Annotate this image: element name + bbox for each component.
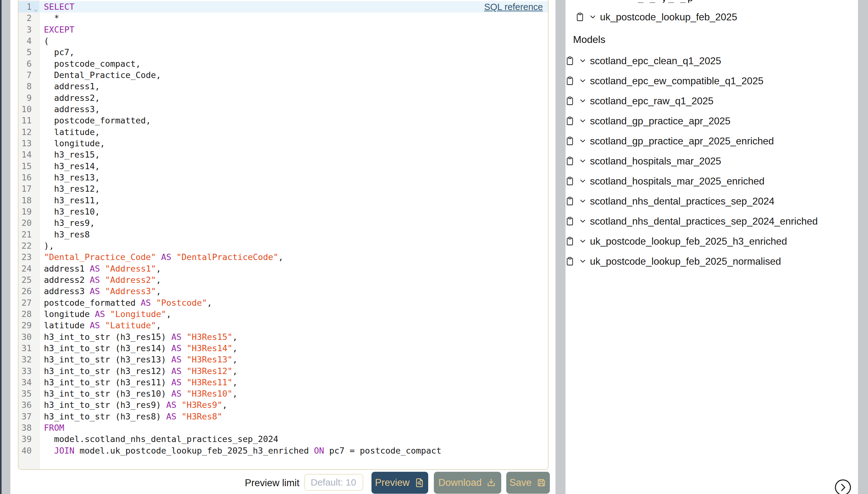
code-line[interactable]: 35 h3_int_to_str (h3_res10) AS "H3Res10"… <box>18 388 548 399</box>
code-line[interactable]: 30 h3_int_to_str (h3_res15) AS "H3Res15"… <box>18 331 548 343</box>
model-name-label[interactable]: scotland_epc_clean_q1_2025 <box>590 55 721 67</box>
code-line[interactable]: 27 postcode_formatted AS "Postcode", <box>18 297 548 308</box>
code-line[interactable]: 6 postcode_compact, <box>18 58 548 70</box>
clipboard-icon[interactable] <box>566 156 574 166</box>
code-line[interactable]: 9 address2, <box>18 92 548 104</box>
code-line[interactable]: 11 postcode_formatted, <box>18 115 548 126</box>
model-name-label[interactable]: scotland_epc_ew_compatible_q1_2025 <box>590 75 763 87</box>
clipboard-icon[interactable] <box>566 176 574 186</box>
code-line[interactable]: 5 pc7, <box>18 47 548 58</box>
clipboard-icon[interactable] <box>566 56 574 65</box>
chevron-down-icon[interactable] <box>579 97 587 105</box>
preview-limit-input[interactable] <box>304 474 363 491</box>
code-line[interactable]: 29 latitude AS "Latitude", <box>18 320 548 331</box>
sidebar-scrollbar[interactable] <box>858 0 868 494</box>
code-line[interactable]: 39 model.scotland_nhs_dental_practices_s… <box>18 434 548 445</box>
code-line[interactable]: 2 * <box>18 13 548 24</box>
code-line[interactable]: 15 h3_res14, <box>18 161 548 172</box>
list-item[interactable]: uk_postcode_lookup_feb_2025 <box>575 7 737 27</box>
code-lines[interactable]: 1 SELECT 2 * 3 EXCEPT 4 ( 5 pc7, 6 postc… <box>18 1 548 456</box>
model-list-item[interactable]: uk_postcode_lookup_feb_2025_h3_enriched <box>566 231 858 251</box>
clipboard-icon[interactable] <box>566 216 574 226</box>
clipboard-icon[interactable] <box>566 236 574 246</box>
code-line[interactable]: 38 FROM <box>18 422 548 434</box>
code-text: JOIN model.uk_postcode_lookup_feb_2025_h… <box>39 445 441 456</box>
clipboard-icon[interactable] <box>566 256 574 266</box>
model-list-item[interactable]: scotland_gp_practice_apr_2025 <box>566 111 858 131</box>
code-line[interactable]: 10 address3, <box>18 104 548 115</box>
chevron-down-icon[interactable] <box>579 237 587 245</box>
model-list-item[interactable]: scotland_epc_ew_compatible_q1_2025 <box>566 71 858 91</box>
chevron-down-icon[interactable] <box>579 117 587 125</box>
download-button[interactable]: Download <box>434 472 501 494</box>
expand-panel-icon[interactable] <box>834 479 852 494</box>
code-line[interactable]: 28 longitude AS "Longitude", <box>18 308 548 320</box>
code-line[interactable]: 33 h3_int_to_str (h3_res12) AS "H3Res12"… <box>18 365 548 377</box>
panel-scrollbar[interactable] <box>555 0 566 494</box>
code-line[interactable]: 20 h3_res9, <box>18 217 548 229</box>
model-list-item[interactable]: scotland_nhs_dental_practices_sep_2024 <box>566 191 858 211</box>
preview-button[interactable]: Preview <box>371 472 428 494</box>
clipboard-icon[interactable] <box>566 76 574 86</box>
model-list-item[interactable]: scotland_gp_practice_apr_2025_enriched <box>566 131 858 151</box>
code-line[interactable]: 8 address1, <box>18 81 548 92</box>
model-name-label[interactable]: scotland_nhs_dental_practices_sep_2024 <box>590 195 774 207</box>
model-list-item[interactable]: scotland_epc_clean_q1_2025 <box>566 51 858 71</box>
model-list-item[interactable]: scotland_nhs_dental_practices_sep_2024_e… <box>566 211 858 231</box>
code-line[interactable]: 24 address1 AS "Address1", <box>18 263 548 274</box>
code-line[interactable]: 19 h3_res10, <box>18 206 548 217</box>
code-line[interactable]: 40 JOIN model.uk_postcode_lookup_feb_202… <box>18 445 548 456</box>
clipboard-icon[interactable] <box>566 96 574 106</box>
code-line[interactable]: 3 EXCEPT <box>18 24 548 35</box>
code-line[interactable]: 13 longitude, <box>18 138 548 149</box>
code-line[interactable]: 18 h3_res11, <box>18 195 548 206</box>
code-line[interactable]: 4 ( <box>18 35 548 47</box>
code-line[interactable]: 31 h3_int_to_str (h3_res14) AS "H3Res14"… <box>18 343 548 354</box>
code-line[interactable]: 25 address2 AS "Address2", <box>18 274 548 286</box>
code-line[interactable]: 22 ), <box>18 240 548 251</box>
sql-editor[interactable]: SQL reference 1 SELECT 2 * 3 EXCEPT 4 ( … <box>18 0 549 470</box>
chevron-down-icon[interactable] <box>589 13 597 21</box>
chevron-down-icon[interactable] <box>579 57 587 65</box>
code-line[interactable]: 32 h3_int_to_str (h3_res13) AS "H3Res13"… <box>18 354 548 365</box>
table-name-label[interactable]: uk_postcode_lookup_feb_2025 <box>600 11 737 23</box>
code-line[interactable]: 36 h3_int_to_str (h3_res9) AS "H3Res9", <box>18 399 548 411</box>
clipboard-icon[interactable] <box>566 196 574 206</box>
chevron-down-icon[interactable] <box>579 197 587 205</box>
code-line[interactable]: 7 Dental_Practice_Code, <box>18 70 548 81</box>
save-button[interactable]: Save <box>506 472 550 494</box>
code-line[interactable]: 14 h3_res15, <box>18 149 548 160</box>
model-name-label[interactable]: scotland_hospitals_mar_2025 <box>590 155 721 167</box>
model-name-label[interactable]: scotland_nhs_dental_practices_sep_2024_e… <box>590 215 818 227</box>
sql-reference-link[interactable]: SQL reference <box>484 1 543 13</box>
chevron-down-icon[interactable] <box>579 137 587 145</box>
model-list-item[interactable]: scotland_hospitals_mar_2025_enriched <box>566 171 858 191</box>
model-list-item[interactable]: uk_postcode_lookup_feb_2025_normalised <box>566 251 858 271</box>
code-line[interactable]: 34 h3_int_to_str (h3_res11) AS "H3Res11"… <box>18 377 548 388</box>
clipboard-icon[interactable] <box>566 116 574 126</box>
model-name-label[interactable]: uk_postcode_lookup_feb_2025_h3_enriched <box>590 235 787 247</box>
model-name-label[interactable]: scotland_epc_raw_q1_2025 <box>590 95 714 107</box>
chevron-down-icon[interactable] <box>579 157 587 165</box>
code-line[interactable]: 12 latitude, <box>18 127 548 138</box>
chevron-down-icon[interactable] <box>579 257 587 265</box>
model-name-label[interactable]: scotland_gp_practice_apr_2025_enriched <box>590 135 774 147</box>
model-list-item[interactable]: scotland_epc_raw_q1_2025 <box>566 91 858 111</box>
code-line[interactable]: 1 SELECT <box>18 1 548 13</box>
code-line[interactable]: 26 address3 AS "Address3", <box>18 286 548 297</box>
code-line[interactable]: 23 "Dental_Practice_Code" AS "DentalPrac… <box>18 251 548 263</box>
model-name-label[interactable]: scotland_hospitals_mar_2025_enriched <box>590 175 764 187</box>
model-name-label[interactable]: uk_postcode_lookup_feb_2025_normalised <box>590 255 781 267</box>
left-scrollbar[interactable] <box>2 0 10 494</box>
chevron-down-icon[interactable] <box>579 217 587 225</box>
chevron-down-icon[interactable] <box>579 177 587 185</box>
code-line[interactable]: 21 h3_res8 <box>18 229 548 240</box>
clipboard-icon[interactable] <box>566 136 574 146</box>
code-line[interactable]: 17 h3_res12, <box>18 183 548 194</box>
code-line[interactable]: 37 h3_int_to_str (h3_res8) AS "H3Res8" <box>18 411 548 422</box>
model-list-item[interactable]: scotland_hospitals_mar_2025 <box>566 151 858 171</box>
clipboard-icon[interactable] <box>575 12 584 22</box>
model-name-label[interactable]: scotland_gp_practice_apr_2025 <box>590 115 731 127</box>
chevron-down-icon[interactable] <box>579 77 587 85</box>
code-line[interactable]: 16 h3_res13, <box>18 172 548 183</box>
